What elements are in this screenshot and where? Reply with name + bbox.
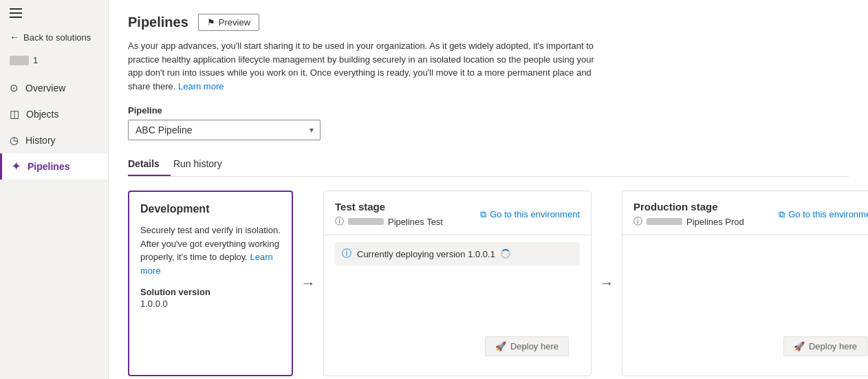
sidebar-nav: ⊙ Overview ◫ Objects ◷ History ✦ Pipelin… [0, 75, 108, 180]
sidebar-item-overview[interactable]: ⊙ Overview [0, 75, 108, 101]
prod-deploy-label: Deploy here [809, 341, 857, 351]
deploying-text: Currently deploying version 1.0.0.1 [357, 249, 495, 259]
overview-icon: ⊙ [10, 82, 19, 94]
prod-stage-title: Production stage [633, 201, 744, 213]
sidebar-item-label: Overview [25, 83, 65, 94]
external-link-icon: ⧉ [779, 209, 785, 220]
external-link-icon: ⧉ [480, 209, 486, 220]
test-deploy-here-button[interactable]: 🚀 Deploy here [485, 336, 569, 356]
prod-env-name: Pipelines Prod [686, 217, 744, 227]
test-stage-body: ⓘ Currently deploying version 1.0.0.1 🚀 … [324, 235, 591, 376]
preview-button[interactable]: ⚑ Preview [198, 14, 259, 31]
sidebar-user-row: 1 [0, 51, 108, 72]
hamburger-button[interactable] [0, 0, 108, 26]
page-header: Pipelines ⚑ Preview [128, 14, 849, 31]
test-deploy-btn-wrap: 🚀 Deploy here [324, 329, 591, 376]
solution-version-value: 1.0.0.0 [140, 299, 281, 309]
env-icon: ⓘ [633, 215, 642, 228]
prod-deploy-here-button[interactable]: 🚀 Deploy here [783, 336, 867, 356]
sidebar-item-history[interactable]: ◷ History [0, 127, 108, 153]
prod-goto-env-button[interactable]: ⧉ Go to this environment [779, 209, 868, 220]
deploying-info-icon: ⓘ [342, 248, 351, 260]
history-icon: ◷ [10, 134, 19, 147]
env-icon: ⓘ [335, 215, 344, 228]
sidebar-item-label: Pipelines [28, 161, 69, 172]
preview-icon: ⚑ [207, 17, 215, 28]
stage-development: Development Securely test and verify in … [128, 191, 293, 376]
test-goto-label: Go to this environment [490, 209, 580, 219]
pipeline-label: Pipeline [128, 105, 849, 116]
hamburger-icon [10, 8, 98, 18]
pipeline-select-wrapper: ABC Pipeline ▾ [128, 120, 321, 140]
sidebar-item-label: History [25, 135, 56, 146]
pipeline-select[interactable]: ABC Pipeline [128, 120, 321, 140]
tabs-bar: Details Run history [128, 153, 849, 177]
stage-production: Production stage ⓘ Pipelines Prod ⧉ Go t… [622, 191, 868, 376]
arrow-test-prod: → [592, 274, 622, 292]
test-env-name: Pipelines Test [388, 217, 443, 227]
prod-stage-body: 🚀 Deploy here [622, 235, 868, 376]
dev-stage-title: Development [140, 203, 281, 215]
sidebar-item-pipelines[interactable]: ✦ Pipelines [0, 153, 108, 180]
prod-deploy-btn-wrap: 🚀 Deploy here [622, 329, 868, 376]
stage-test: Test stage ⓘ Pipelines Test ⧉ Go to this… [323, 191, 592, 376]
stages-container: Development Securely test and verify in … [128, 191, 849, 376]
env-avatar-bar [647, 218, 682, 225]
deploying-status-bar: ⓘ Currently deploying version 1.0.0.1 [335, 242, 580, 266]
test-env-row: ⓘ Pipelines Test [335, 215, 443, 228]
solution-version-label: Solution version [140, 287, 281, 297]
prod-env-row: ⓘ Pipelines Prod [633, 215, 744, 228]
main-content: Pipelines ⚑ Preview As your app advances… [109, 0, 868, 379]
arrow-dev-test: → [293, 274, 323, 292]
page-title: Pipelines [128, 14, 188, 30]
back-label: Back to solutions [23, 32, 91, 43]
sidebar-item-objects[interactable]: ◫ Objects [0, 101, 108, 127]
description-text: As your app advances, you'll start shari… [128, 39, 596, 93]
test-stage-title: Test stage [335, 201, 443, 213]
learn-more-link[interactable]: Learn more [178, 81, 224, 91]
prod-goto-label: Go to this environment [788, 209, 868, 219]
avatar [10, 56, 29, 65]
dev-stage-description: Securely test and verify in isolation. A… [140, 224, 281, 277]
test-goto-env-button[interactable]: ⧉ Go to this environment [480, 209, 580, 220]
test-stage-header: Test stage ⓘ Pipelines Test ⧉ Go to this… [324, 191, 591, 235]
test-deploy-label: Deploy here [510, 341, 558, 351]
back-to-solutions-button[interactable]: ← Back to solutions [0, 26, 108, 51]
loading-spinner [501, 249, 510, 259]
pipelines-icon: ✦ [12, 160, 21, 173]
tab-details[interactable]: Details [128, 153, 171, 176]
preview-label: Preview [219, 17, 250, 28]
back-arrow-icon: ← [10, 32, 19, 43]
sidebar-user-number: 1 [33, 55, 38, 65]
rocket-icon: 🚀 [794, 341, 805, 351]
prod-stage-header: Production stage ⓘ Pipelines Prod ⧉ Go t… [622, 191, 868, 235]
objects-icon: ◫ [10, 108, 19, 120]
tab-run-history[interactable]: Run history [173, 153, 233, 176]
env-avatar-bar [348, 218, 384, 225]
sidebar: ← Back to solutions 1 ⊙ Overview ◫ Objec… [0, 0, 109, 379]
rocket-icon: 🚀 [495, 341, 506, 351]
sidebar-item-label: Objects [26, 109, 58, 120]
